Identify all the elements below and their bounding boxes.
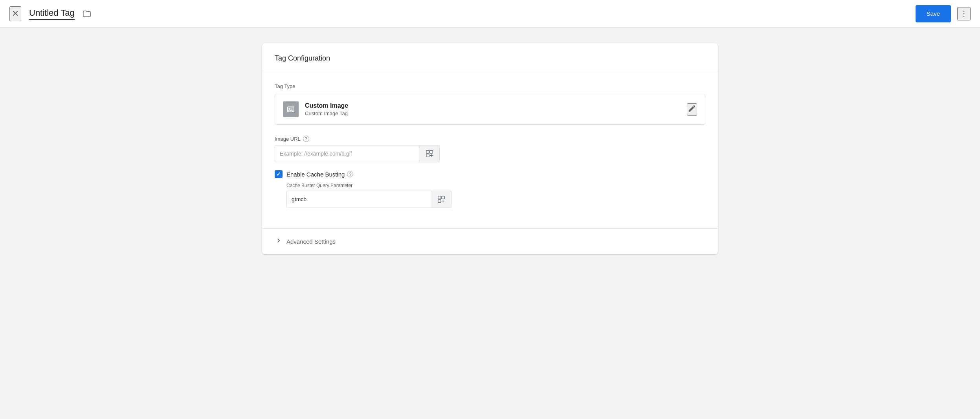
cache-buster-add-variable-button[interactable] bbox=[431, 191, 451, 208]
image-url-label: Image URL ? bbox=[275, 136, 705, 142]
svg-point-0 bbox=[963, 11, 965, 12]
cache-busting-help-icon[interactable]: ? bbox=[347, 171, 353, 177]
page-title: Untitled Tag bbox=[29, 8, 75, 20]
checkbox-check-icon: ✓ bbox=[276, 171, 281, 177]
card-header: Tag Configuration bbox=[262, 43, 718, 72]
card-body: Tag Type Custom Image Custom Image Tag bbox=[262, 72, 718, 228]
header: ✕ Untitled Tag Save bbox=[0, 0, 980, 28]
svg-point-4 bbox=[289, 108, 290, 109]
cache-busting-checkbox[interactable]: ✓ bbox=[275, 170, 283, 178]
cache-busting-label: Enable Cache Busting ? bbox=[286, 171, 353, 178]
image-url-help-icon[interactable]: ? bbox=[303, 136, 309, 142]
tag-type-left: Custom Image Custom Image Tag bbox=[283, 101, 348, 117]
chevron-right-icon bbox=[275, 237, 283, 246]
image-url-input[interactable] bbox=[275, 145, 419, 162]
card-title: Tag Configuration bbox=[275, 54, 705, 62]
cache-buster-input-row bbox=[286, 191, 451, 208]
svg-rect-8 bbox=[438, 196, 440, 199]
cache-buster-query-label: Cache Buster Query Parameter bbox=[286, 183, 705, 188]
tag-type-box: Custom Image Custom Image Tag bbox=[275, 94, 705, 125]
edit-tag-type-button[interactable] bbox=[687, 103, 697, 116]
close-icon: ✕ bbox=[12, 9, 19, 19]
svg-rect-10 bbox=[438, 200, 440, 202]
tag-type-description: Custom Image Tag bbox=[305, 110, 348, 116]
tag-type-label: Tag Type bbox=[275, 83, 705, 89]
close-button[interactable]: ✕ bbox=[9, 6, 21, 21]
image-url-section: Image URL ? bbox=[275, 136, 705, 162]
more-options-button[interactable] bbox=[957, 7, 971, 20]
advanced-settings-label: Advanced Settings bbox=[286, 238, 336, 245]
cache-busting-row: ✓ Enable Cache Busting ? bbox=[275, 170, 705, 178]
cache-buster-input[interactable] bbox=[286, 191, 431, 208]
svg-rect-6 bbox=[429, 151, 432, 153]
svg-rect-9 bbox=[441, 196, 444, 199]
advanced-settings-section: Advanced Settings bbox=[262, 228, 718, 254]
cache-buster-sub-field: Cache Buster Query Parameter bbox=[286, 183, 705, 208]
image-url-input-row bbox=[275, 145, 440, 162]
tag-configuration-card: Tag Configuration Tag Type Custom bbox=[262, 43, 718, 254]
header-right: Save bbox=[916, 5, 971, 22]
svg-rect-5 bbox=[426, 151, 429, 153]
tag-type-name: Custom Image bbox=[305, 102, 348, 109]
header-left: ✕ Untitled Tag bbox=[9, 6, 91, 21]
tag-type-icon bbox=[283, 101, 299, 117]
svg-rect-7 bbox=[426, 154, 429, 157]
svg-point-2 bbox=[963, 16, 965, 17]
advanced-settings-toggle[interactable]: Advanced Settings bbox=[275, 237, 705, 246]
save-button[interactable]: Save bbox=[916, 5, 951, 22]
image-url-add-variable-button[interactable] bbox=[419, 145, 440, 162]
cache-busting-section: ✓ Enable Cache Busting ? Cache Buster Qu… bbox=[275, 170, 705, 208]
folder-icon[interactable] bbox=[83, 9, 91, 18]
main-content: Tag Configuration Tag Type Custom bbox=[0, 28, 980, 270]
tag-type-info: Custom Image Custom Image Tag bbox=[305, 102, 348, 116]
svg-point-1 bbox=[963, 13, 965, 14]
